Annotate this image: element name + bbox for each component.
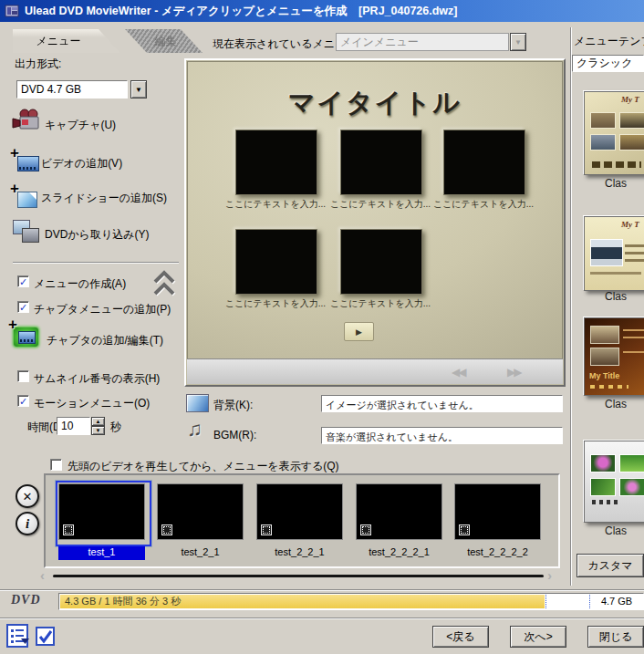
film-icon (161, 524, 172, 535)
clip-thumbnail-test-2-2-1[interactable] (256, 483, 343, 540)
template-item-3-caption: Clas (580, 398, 644, 410)
current-menu-value: メインメニュー (340, 35, 419, 50)
play-first-video-label[interactable]: 先頭のビデオを再生してから、メニューを表示する(Q) (68, 459, 339, 474)
current-menu-combobox[interactable]: メインメニュー (336, 33, 509, 51)
bgm-field[interactable]: 音楽が選択されていません。 (321, 427, 563, 444)
background-label[interactable]: 背景(K): (213, 398, 253, 413)
clip-label[interactable]: test_2_1 (157, 546, 244, 560)
film-icon (261, 524, 272, 535)
background-field[interactable]: イメージが選択されていません。 (321, 395, 563, 412)
add-video-action[interactable]: ビデオの追加(V) (41, 156, 122, 171)
chapter-menu-label[interactable]: チャプタメニューの追加(P) (34, 302, 171, 317)
capacity-used-text: 4.3 GB / 1 時間 36 分 3 秒 (60, 595, 545, 608)
template-item-2[interactable]: My T (584, 216, 644, 291)
thumbnail-caption[interactable]: ここにテキストを入力... (329, 198, 431, 211)
strip-scrollbar[interactable] (53, 575, 544, 577)
tab-menu[interactable]: メニュー (13, 29, 120, 53)
back-button[interactable]: <戻る (432, 626, 489, 648)
current-menu-dropdown-arrow[interactable]: ▼ (510, 33, 526, 51)
project-settings-list-icon[interactable] (6, 624, 30, 649)
film-icon (360, 524, 371, 535)
thumbnail-caption[interactable]: ここにテキストを入力... (329, 297, 431, 310)
play-icon: ▶ (356, 327, 362, 337)
collapse-double-chevron-icon[interactable] (151, 269, 178, 298)
menu-next-page-button[interactable]: ▶ (344, 322, 374, 341)
plus-icon: + (10, 144, 19, 162)
template-item-3[interactable]: My Title (584, 317, 644, 396)
duration-input[interactable]: 10 (57, 417, 90, 435)
skip-forward-icon[interactable]: ▶▶ (507, 366, 520, 379)
import-dvd-icon (13, 220, 40, 244)
template-item-4[interactable] (584, 441, 644, 523)
menu-thumbnail-placeholder[interactable] (443, 130, 525, 195)
motion-menu-label[interactable]: モーションメニュー(O) (34, 396, 150, 411)
plus-icon: + (10, 180, 19, 198)
menu-thumbnail-placeholder[interactable] (340, 130, 422, 195)
title-bar: Ulead DVD MovieWriter - メディアクリップとメニューを作成… (0, 0, 644, 22)
motion-menu-checkbox[interactable]: ✓ (17, 395, 29, 407)
menu-thumbnail-placeholder[interactable] (340, 229, 422, 295)
clip-label[interactable]: test_2_2_1 (256, 546, 343, 560)
thumbnail-caption[interactable]: ここにテキストを入力... (224, 198, 327, 211)
thumbnail-caption[interactable]: ここにテキストを入力... (432, 198, 535, 211)
capacity-marker (545, 595, 546, 608)
arrow-down-icon: ▼ (96, 428, 101, 433)
stepper-down-button[interactable]: ▼ (91, 426, 105, 435)
clip-label[interactable]: test_1 (58, 546, 145, 560)
duration-stepper: ▲ ▼ (91, 417, 105, 435)
close-button[interactable]: 閉じる (587, 626, 644, 648)
tab-menu-label: メニュー (36, 34, 81, 49)
thumbnail-numbers-checkbox[interactable] (17, 370, 29, 382)
app-icon (5, 4, 19, 18)
clip-label[interactable]: test_2_2_2_2 (454, 546, 541, 560)
scroll-right-arrow[interactable]: › (547, 567, 552, 583)
arrow-up-icon: ▲ (96, 419, 101, 424)
clip-thumbnail-test-2-2-2-1[interactable] (356, 483, 442, 540)
plus-icon: + (8, 316, 17, 334)
template-category-combobox[interactable]: クラシック (572, 55, 644, 72)
check-icon: ✓ (19, 303, 27, 312)
clip-thumbnail-test-1[interactable] (58, 483, 145, 540)
film-icon (459, 524, 470, 535)
tab-edit[interactable]: 編集 (116, 29, 203, 53)
app-window: Ulead DVD MovieWriter - メディアクリップとメニューを作成… (0, 0, 644, 654)
info-button[interactable]: i (16, 512, 39, 535)
play-first-video-checkbox[interactable] (50, 459, 62, 471)
delete-menu-button[interactable]: ✕ (16, 484, 39, 508)
bgm-label[interactable]: BGM(R): (213, 429, 256, 441)
preferences-check-icon[interactable] (36, 627, 56, 647)
menu-thumbnail-placeholder[interactable] (235, 229, 317, 295)
next-button[interactable]: 次へ> (510, 626, 566, 648)
skip-back-icon[interactable]: ◀◀ (452, 366, 464, 379)
output-format-dropdown-arrow[interactable]: ▼ (130, 80, 147, 99)
chevron-down-icon: ▼ (135, 86, 142, 94)
music-note-icon: ♫ (187, 418, 203, 441)
stepper-up-button[interactable]: ▲ (91, 417, 105, 426)
create-menu-label[interactable]: メニューの作成(A) (34, 276, 126, 292)
menu-thumbnail-placeholder[interactable] (235, 130, 317, 195)
chapter-menu-checkbox[interactable]: ✓ (17, 301, 29, 313)
output-format-value: DVD 4.7 GB (21, 83, 81, 96)
menu-preview-stage: マイタイトル ここにテキストを入力... ここにテキストを入力... ここにテキ… (187, 61, 563, 360)
template-item-2-title: My T (621, 220, 639, 229)
capture-action[interactable]: キャプチャ(U) (45, 118, 116, 133)
add-slideshow-action[interactable]: スライドショーの追加(S) (41, 191, 167, 206)
template-item-1[interactable]: My T (584, 91, 644, 175)
clip-thumbnail-test-2-1[interactable] (157, 483, 244, 540)
edit-chapters-action[interactable]: チャプタの追加/編集(T) (47, 333, 163, 348)
thumbnail-numbers-label[interactable]: サムネイル番号の表示(H) (34, 371, 160, 387)
template-item-4-caption: Clas (580, 524, 644, 537)
customize-button[interactable]: カスタマ (576, 554, 644, 577)
clip-label[interactable]: test_2_2_2_1 (356, 546, 442, 560)
create-menu-checkbox[interactable]: ✓ (17, 275, 29, 287)
menu-title-text[interactable]: マイタイトル (187, 85, 563, 121)
output-format-combobox[interactable]: DVD 4.7 GB (16, 80, 128, 99)
template-panel-title: メニューテンプ (574, 34, 644, 49)
scroll-left-arrow[interactable]: ‹ (40, 567, 45, 583)
thumbnail-caption[interactable]: ここにテキストを入力... (224, 297, 327, 310)
import-dvd-action[interactable]: DVDから取り込み(Y) (45, 227, 149, 243)
add-slideshow-icon: + (14, 188, 39, 208)
clip-thumbnail-test-2-2-2-2[interactable] (454, 483, 541, 540)
check-icon: ✓ (19, 397, 27, 406)
menu-preview-frame: マイタイトル ここにテキストを入力... ここにテキストを入力... ここにテキ… (184, 58, 566, 387)
